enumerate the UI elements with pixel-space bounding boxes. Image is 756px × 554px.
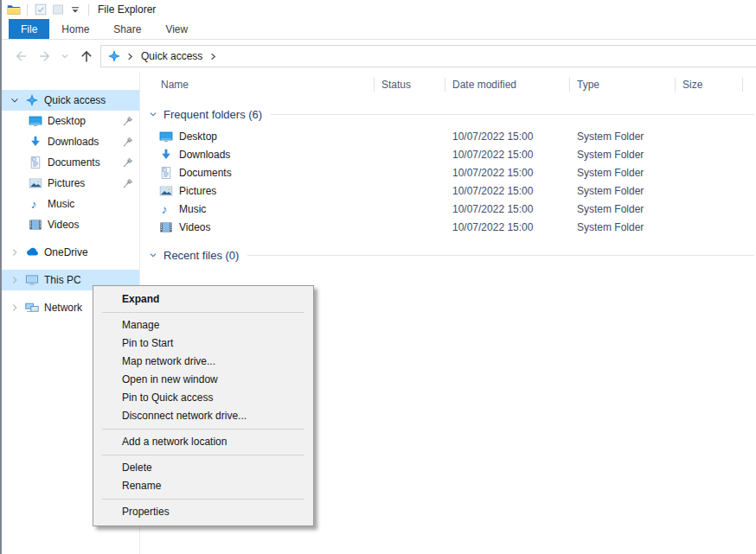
chevron-down-icon[interactable]	[147, 108, 159, 120]
row-name: Documents	[179, 167, 232, 179]
file-explorer-logo-icon[interactable]	[5, 2, 22, 17]
menu-item-manage[interactable]: Manage	[93, 316, 313, 334]
group-header-frequent-folders[interactable]: Frequent folders (6)	[140, 104, 756, 124]
sidebar-item-label: Pictures	[48, 177, 85, 189]
group-title: Recent files (0)	[163, 249, 239, 262]
table-row-pictures[interactable]: Pictures 10/07/2022 15:00 System Folder	[140, 181, 756, 200]
sidebar-item-documents[interactable]: Documents	[2, 152, 139, 173]
breadcrumb-location[interactable]: Quick access	[139, 50, 204, 62]
pictures-icon	[29, 176, 42, 190]
row-date-modified: 10/07/2022 15:00	[445, 149, 570, 161]
toolbar-separator	[27, 4, 28, 16]
documents-icon	[159, 166, 173, 180]
row-type: System Folder	[570, 131, 676, 143]
row-date-modified: 10/07/2022 15:00	[445, 185, 570, 197]
menu-separator	[102, 499, 304, 500]
chevron-right-icon[interactable]	[9, 246, 21, 258]
sidebar-item-pictures[interactable]: Pictures	[2, 173, 139, 194]
sidebar-group-gap	[2, 235, 139, 242]
navigation-bar: Quick access	[2, 40, 756, 73]
pin-icon	[122, 177, 134, 189]
videos-icon	[159, 220, 173, 234]
chevron-down-icon[interactable]	[147, 249, 159, 261]
row-date-modified: 10/07/2022 15:00	[445, 203, 570, 215]
menu-item-pin-to-quick-access[interactable]: Pin to Quick access	[93, 389, 313, 407]
table-row-downloads[interactable]: Downloads 10/07/2022 15:00 System Folder	[140, 145, 756, 163]
table-row-desktop[interactable]: Desktop 10/07/2022 15:00 System Folder	[140, 127, 756, 145]
sidebar-item-desktop[interactable]: Desktop	[2, 111, 139, 131]
column-header-size[interactable]: Size	[676, 73, 743, 97]
chevron-right-icon[interactable]	[9, 302, 21, 314]
column-header-name[interactable]: Name	[140, 73, 375, 97]
row-name: Pictures	[179, 185, 216, 197]
toolbar-separator	[88, 4, 89, 16]
desktop-icon	[29, 114, 42, 128]
recent-locations-icon[interactable]	[59, 46, 71, 67]
row-type: System Folder	[570, 203, 676, 215]
group-header-recent-files[interactable]: Recent files (0)	[140, 245, 756, 265]
menu-item-expand[interactable]: Expand	[93, 290, 313, 309]
sidebar-item-quick-access[interactable]: Quick access	[2, 90, 139, 111]
new-item-icon[interactable]	[49, 2, 67, 17]
chevron-down-icon[interactable]	[9, 94, 21, 106]
row-name: Desktop	[179, 131, 217, 143]
downloads-icon	[29, 135, 42, 149]
menu-item-map-network-drive[interactable]: Map network drive...	[93, 353, 313, 371]
row-date-modified: 10/07/2022 15:00	[445, 131, 570, 143]
menu-item-add-a-network-location[interactable]: Add a network location	[93, 433, 313, 451]
table-row-videos[interactable]: Videos 10/07/2022 15:00 System Folder	[140, 218, 756, 236]
breadcrumb-chevron-icon[interactable]	[208, 52, 218, 61]
menu-separator	[102, 312, 304, 313]
tab-home[interactable]: Home	[49, 19, 101, 39]
customize-quick-access-toolbar-icon[interactable]	[67, 2, 84, 17]
table-row-documents[interactable]: Documents 10/07/2022 15:00 System Folder	[140, 163, 756, 181]
breadcrumb-chevron-icon[interactable]	[125, 52, 135, 61]
music-icon	[159, 202, 173, 216]
menu-item-disconnect-network-drive[interactable]: Disconnect network drive...	[93, 407, 313, 425]
row-type: System Folder	[570, 167, 676, 179]
tab-view[interactable]: View	[153, 19, 200, 39]
properties-icon[interactable]	[32, 2, 49, 17]
row-date-modified: 10/07/2022 15:00	[445, 221, 570, 233]
file-explorer-window: File Explorer File Home Share View Quick…	[0, 0, 756, 554]
tab-file[interactable]: File	[9, 19, 49, 39]
row-name: Downloads	[179, 149, 230, 161]
row-type: System Folder	[570, 221, 676, 233]
documents-icon	[29, 156, 42, 169]
row-type: System Folder	[570, 149, 676, 161]
pictures-icon	[159, 184, 173, 198]
column-header-type[interactable]: Type	[570, 73, 676, 97]
ribbon-tab-strip: File Home Share View	[2, 19, 756, 40]
row-type: System Folder	[570, 185, 676, 197]
column-headers: Name Status Date modified Type Size	[140, 73, 756, 97]
desktop-icon	[159, 130, 173, 143]
sidebar-item-onedrive[interactable]: OneDrive	[2, 242, 139, 263]
title-bar: File Explorer	[2, 0, 756, 19]
up-icon[interactable]	[76, 46, 97, 67]
menu-item-pin-to-start[interactable]: Pin to Start	[93, 334, 313, 353]
sidebar-item-label: Music	[48, 198, 74, 210]
sidebar-item-music[interactable]: Music	[2, 194, 139, 214]
menu-item-rename[interactable]: Rename	[93, 477, 313, 495]
back-icon[interactable]	[10, 46, 31, 67]
group-title: Frequent folders (6)	[163, 108, 262, 121]
sidebar-item-label: OneDrive	[44, 246, 88, 258]
column-header-status[interactable]: Status	[375, 73, 445, 97]
sidebar-item-label: This PC	[44, 274, 81, 286]
sidebar-item-label: Desktop	[48, 115, 86, 127]
menu-item-open-in-new-window[interactable]: Open in new window	[93, 371, 313, 389]
menu-separator	[102, 429, 304, 430]
table-row-music[interactable]: Music 10/07/2022 15:00 System Folder	[140, 200, 756, 218]
row-date-modified: 10/07/2022 15:00	[445, 167, 570, 179]
sidebar-item-downloads[interactable]: Downloads	[2, 131, 139, 152]
network-icon	[25, 301, 39, 315]
address-bar[interactable]: Quick access	[100, 45, 756, 67]
menu-item-delete[interactable]: Delete	[93, 459, 313, 477]
sidebar-item-label: Downloads	[48, 136, 99, 148]
sidebar-item-videos[interactable]: Videos	[2, 214, 139, 235]
column-header-date-modified[interactable]: Date modified	[445, 73, 570, 97]
forward-icon[interactable]	[35, 46, 55, 67]
tab-share[interactable]: Share	[101, 19, 153, 39]
menu-item-properties[interactable]: Properties	[93, 503, 313, 521]
chevron-right-icon[interactable]	[9, 274, 21, 286]
